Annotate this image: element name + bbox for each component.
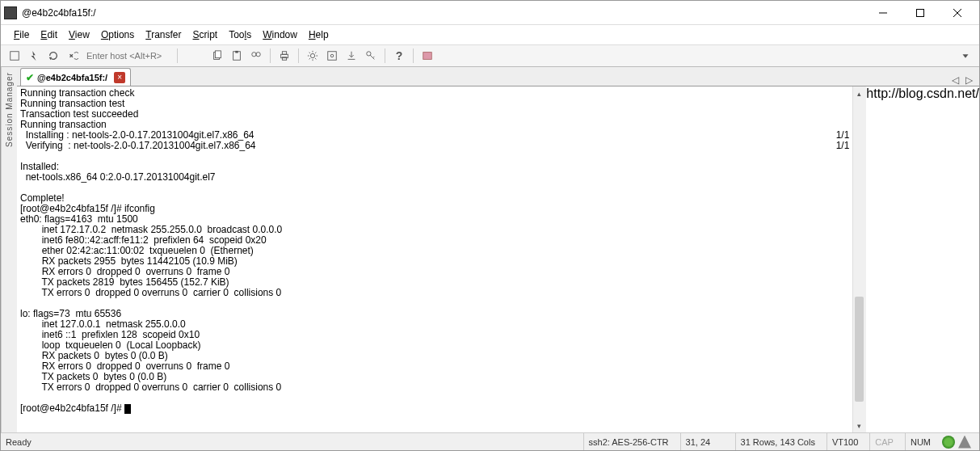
svg-marker-25 xyxy=(963,54,969,57)
help-icon[interactable]: ? xyxy=(390,47,408,65)
svg-rect-15 xyxy=(282,52,286,55)
scroll-down-icon[interactable]: ▾ xyxy=(853,419,865,432)
separator xyxy=(177,48,178,63)
svg-rect-10 xyxy=(235,51,238,53)
app-icon xyxy=(4,6,17,19)
cursor xyxy=(124,404,131,414)
menu-help[interactable]: Help xyxy=(309,29,329,40)
scroll-up-icon[interactable]: ▴ xyxy=(853,86,865,100)
status-cursor-pos: 31, 24 xyxy=(680,433,729,450)
new-session-icon[interactable] xyxy=(6,47,23,65)
tab-next-icon[interactable]: ▷ xyxy=(962,74,976,86)
menu-file[interactable]: File xyxy=(14,29,29,40)
window-titlebar: @e4b2c4bfa15f:/ xyxy=(1,1,979,25)
scroll-thumb[interactable] xyxy=(855,297,864,402)
paste-icon[interactable] xyxy=(228,47,246,65)
tray-icon-1[interactable] xyxy=(942,436,955,449)
menu-view[interactable]: View xyxy=(69,29,90,40)
minimize-button[interactable] xyxy=(864,1,902,25)
svg-point-19 xyxy=(330,54,334,57)
print-icon[interactable] xyxy=(275,47,293,65)
find-icon[interactable] xyxy=(247,47,265,65)
settings-icon[interactable] xyxy=(304,47,322,65)
separator xyxy=(385,48,385,63)
svg-rect-4 xyxy=(11,52,19,61)
tab-title: @e4b2c4bfa15f:/ xyxy=(37,73,107,82)
menu-edit[interactable]: Edit xyxy=(40,29,57,40)
menu-tools[interactable]: Tools xyxy=(229,29,251,40)
connected-icon: ✔ xyxy=(26,72,34,83)
close-button[interactable] xyxy=(939,1,976,25)
tab-strip: ✔ @e4b2c4bfa15f:/ × ◁ ▷ xyxy=(17,67,979,86)
status-tray xyxy=(942,436,974,449)
disconnect-icon[interactable] xyxy=(64,47,82,65)
svg-point-17 xyxy=(310,53,314,57)
scrollbar[interactable]: ▴ ▾ xyxy=(852,86,866,432)
terminal-area: Running transaction checkRunning transac… xyxy=(17,86,979,432)
reconnect-icon[interactable] xyxy=(44,47,62,65)
host-input[interactable] xyxy=(83,49,172,62)
separator xyxy=(413,48,414,63)
quick-connect-icon[interactable] xyxy=(25,47,43,65)
svg-rect-24 xyxy=(423,53,432,60)
menu-options[interactable]: Options xyxy=(101,29,134,40)
session-manager-tab[interactable]: Session Manager xyxy=(1,67,17,432)
transfer-icon[interactable] xyxy=(343,47,360,65)
status-caps: CAP xyxy=(869,433,898,450)
svg-marker-5 xyxy=(32,51,36,61)
svg-point-11 xyxy=(252,53,256,57)
status-connection: ssh2: AES-256-CTR xyxy=(583,433,674,450)
svg-rect-18 xyxy=(328,52,337,61)
status-bar: Ready ssh2: AES-256-CTR 31, 24 31 Rows, … xyxy=(1,432,979,450)
screenshot-icon[interactable] xyxy=(418,47,436,65)
watermark-text: http://blog.csdn.net/ xyxy=(866,86,979,432)
status-terminal-size: 31 Rows, 143 Cols xyxy=(735,433,820,450)
tab-prev-icon[interactable]: ◁ xyxy=(948,74,962,86)
status-ready: Ready xyxy=(6,433,36,450)
menu-transfer[interactable]: Transfer xyxy=(145,29,181,40)
status-term-type: VT100 xyxy=(826,433,863,450)
menu-bar: File Edit View Options Transfer Script T… xyxy=(1,25,979,44)
svg-rect-8 xyxy=(215,51,221,58)
svg-line-23 xyxy=(373,57,375,58)
window-title: @e4b2c4bfa15f:/ xyxy=(22,7,864,19)
svg-rect-1 xyxy=(917,9,924,16)
toolbar-overflow-icon[interactable] xyxy=(957,47,974,65)
separator xyxy=(270,48,271,63)
menu-script[interactable]: Script xyxy=(193,29,218,40)
status-num: NUM xyxy=(905,433,936,450)
separator xyxy=(298,48,299,63)
session-tab[interactable]: ✔ @e4b2c4bfa15f:/ × xyxy=(20,68,131,86)
terminal-output[interactable]: Running transaction checkRunning transac… xyxy=(17,86,852,432)
copy-icon[interactable] xyxy=(208,47,226,65)
key-icon[interactable] xyxy=(362,47,380,65)
menu-window[interactable]: Window xyxy=(263,29,297,40)
maximize-button[interactable] xyxy=(902,1,939,25)
svg-point-12 xyxy=(256,53,260,57)
toolbar: ? xyxy=(1,44,979,67)
close-tab-button[interactable]: × xyxy=(114,72,125,83)
tray-icon-2[interactable] xyxy=(958,436,971,449)
session-options-icon[interactable] xyxy=(323,47,341,65)
